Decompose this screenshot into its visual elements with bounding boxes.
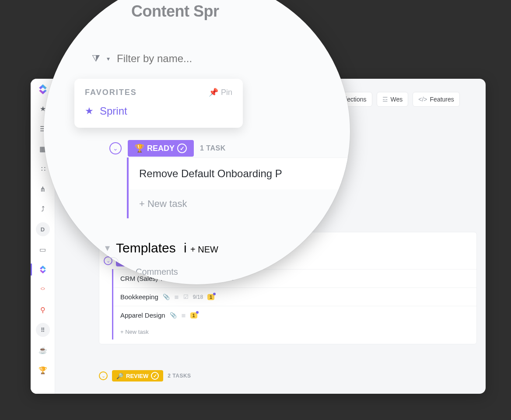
task-count: 1 TASK <box>200 144 226 152</box>
description-icon: ≣ <box>174 294 179 300</box>
status-chip-label: REVIEW <box>126 373 148 379</box>
new-task-button[interactable]: + New task <box>129 189 350 218</box>
rail-mug-icon[interactable]: ☕ <box>36 343 50 357</box>
notification-badge: 1 <box>190 312 197 318</box>
tab-label: Wes <box>391 96 403 103</box>
section-header-zoom: ▾ Templates i + NEW <box>105 241 218 256</box>
task-row[interactable]: Apparel Design 📎 ≣ 1 <box>113 306 476 324</box>
pin-label: Pin <box>221 88 232 97</box>
status-chip-label: READY <box>147 144 175 153</box>
attachment-icon: 📎 <box>170 312 177 318</box>
pin-icon: 📌 <box>209 88 218 97</box>
new-task-header[interactable]: + NEW <box>190 245 218 254</box>
task-title: Apparel Design <box>120 312 165 319</box>
tab-wes[interactable]: ☲ Wes <box>377 92 409 107</box>
rail-trophy-icon[interactable]: 🏆 <box>36 363 50 377</box>
favorite-item[interactable]: ★ Sprint <box>85 105 232 117</box>
task-row[interactable]: Remove Default Onboarding P <box>129 158 350 189</box>
task-title: Bookkeeping <box>120 293 158 301</box>
checklist-count: 9/18 <box>193 294 203 300</box>
tab-label: Features <box>430 96 454 103</box>
task-title: Remove Default Onboarding P <box>139 168 282 180</box>
check-ring-icon: ✓ <box>177 144 187 153</box>
favorites-panel: FAVORITES 📌 Pin ★ Sprint <box>74 79 243 128</box>
chevron-down-icon[interactable]: ▾ <box>107 55 110 62</box>
section-title: Templates <box>116 241 176 255</box>
status-row-review: ⌄ 🔎 REVIEW ✓ 2 TASKS <box>99 370 191 382</box>
rail-share-icon[interactable]: ⤴ <box>36 202 50 216</box>
rail-person-icon[interactable]: ⚲ <box>36 303 50 317</box>
rail-wifi-icon[interactable]: ⌔ <box>36 283 50 297</box>
status-chip-ready[interactable]: 🏆 READY ✓ <box>128 140 194 157</box>
favorite-label: Sprint <box>100 105 127 117</box>
pin-button[interactable]: 📌 Pin <box>209 88 232 97</box>
favorites-label: FAVORITES <box>85 88 137 97</box>
task-count: 2 TASKS <box>168 373 191 379</box>
description-icon: ≣ <box>181 312 186 318</box>
info-icon[interactable]: i <box>184 241 187 255</box>
checklist-icon: ☑ <box>183 294 189 300</box>
filter-row: ⧩ ▾ <box>92 52 257 65</box>
rail-money-icon[interactable]: ▭ <box>36 242 50 256</box>
rail-graph-icon[interactable]: ⋔ <box>36 182 50 196</box>
status-icon: ☲ <box>382 96 388 103</box>
task-row[interactable]: Bookkeeping 📎 ≣ ☑ 9/18 1 <box>113 287 476 306</box>
notification-badge: 1 <box>207 294 214 300</box>
collapse-toggle[interactable]: ⌄ <box>109 142 122 154</box>
tab-features[interactable]: </> Features <box>413 92 460 107</box>
status-row-ready-zoom: ⌄ 🏆 READY ✓ 1 TASK <box>109 140 226 157</box>
trophy-icon: 🏆 <box>135 144 144 153</box>
rail-group-icon[interactable]: ⠿ <box>36 323 50 337</box>
magnifier-emoji-icon: 🔎 <box>116 373 123 379</box>
attachment-icon: 📎 <box>163 294 170 300</box>
rail-avatar-d[interactable]: D <box>36 222 50 236</box>
status-chip-review[interactable]: 🔎 REVIEW ✓ <box>112 370 163 382</box>
filter-icon[interactable]: ⧩ <box>92 53 100 64</box>
page-title-peek: Content Spr <box>131 2 219 21</box>
new-task-button[interactable]: + New task <box>113 324 476 340</box>
code-icon: </> <box>418 96 427 103</box>
collapse-toggle[interactable]: ⌄ <box>99 371 108 380</box>
rail-app-icon[interactable] <box>36 262 50 276</box>
task-list-ready-zoom: Remove Default Onboarding P + New task <box>127 158 350 218</box>
app-logo <box>37 83 49 95</box>
star-icon: ★ <box>85 105 94 117</box>
filter-input[interactable] <box>117 52 257 65</box>
caret-down-icon[interactable]: ▾ <box>105 242 110 254</box>
check-ring-icon: ✓ <box>151 372 159 380</box>
